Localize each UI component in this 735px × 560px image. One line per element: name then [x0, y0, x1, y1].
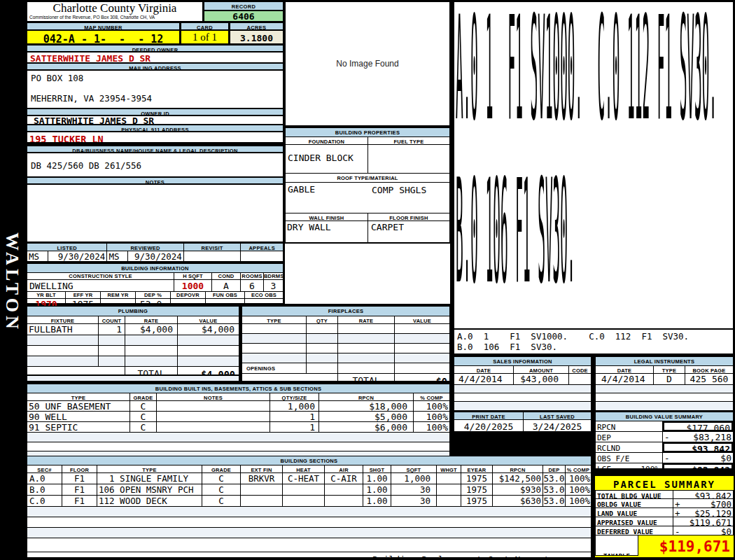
- sketch-big-line2: B.0 106 F1 SV30.: [456, 160, 575, 303]
- building-value-summary-table: BUILDING VALUE SUMMARY RPCN $177,060 DEP…: [595, 412, 734, 469]
- building-section-row: C.0 F1 112 WOOD DECK C 1.00 30 1975 $630…: [27, 496, 591, 507]
- plumbing-footer-strip: [27, 375, 239, 382]
- sales-information-table: SALES INFORMATION DATE AMOUNT CODE 4/4/2…: [454, 356, 592, 406]
- legal-col-date: DATE: [596, 366, 654, 373]
- record-value: 6406: [204, 10, 284, 22]
- hsqft-value: 1000: [174, 280, 212, 291]
- built-ins-col-comp: % COMP: [414, 393, 449, 400]
- fireplaces-col-value: VALUE: [395, 316, 449, 323]
- built-ins-col-notes: NOTES: [157, 393, 270, 400]
- rooms-value: 6: [241, 280, 264, 291]
- sales-col-date: DATE: [454, 366, 514, 373]
- dba-label: DBA/BUISNESS NAME/HOUSE NAME & LEGAL DES…: [27, 146, 284, 153]
- fuel-type-value: [368, 145, 449, 173]
- foundation-label: FOUNDATION: [286, 137, 368, 144]
- revisit-value: [184, 251, 241, 262]
- replacement-cost-value: $177,060: [538, 552, 591, 560]
- parcel-summary-row: LAND VALUE + $25,129: [595, 508, 734, 517]
- mailing-address-label: MAILING ADDRESS: [27, 63, 284, 70]
- replacement-cost-label: Building Replacement Cost New: [346, 552, 538, 560]
- owner-id-label: OWNER ID: [27, 108, 284, 115]
- wall-finish-label: WALL FINISH: [286, 214, 368, 220]
- eff-yr-label: EFF YR: [66, 292, 101, 298]
- dep-pct-label: DEP %: [136, 292, 171, 298]
- plumbing-col-value: VALUE: [178, 316, 239, 323]
- sales-col-amount: AMOUNT: [514, 366, 569, 373]
- plumbing-col-rate: RATE: [125, 316, 178, 323]
- print-date-value: 4/20/2025: [454, 420, 524, 432]
- built-ins-table: BUILDING BUILT INS, BASEMENTS, ATTICS & …: [27, 384, 450, 454]
- fun-obs-label: FUN OBS: [206, 292, 245, 298]
- fireplaces-col-rate: RATE: [338, 316, 395, 323]
- value-summary-row: OBS F/E - $0: [596, 453, 733, 463]
- bs-col-extfin: EXT FIN: [241, 465, 283, 472]
- bs-col-type: TYPE: [97, 465, 202, 472]
- roof-material-value: COMP SHGLS: [372, 185, 426, 195]
- rem-yr-label: REM YR: [101, 292, 136, 298]
- listed-label: LISTED: [27, 244, 107, 251]
- sketch-big-line1: A.0 1 F1 SV1000. C.0 112 F1 SV30.: [456, 1, 717, 140]
- plumbing-col-count: COUNT: [99, 316, 125, 323]
- built-ins-row: 91 SEPTIC C 1 $6,000 100%: [27, 422, 449, 433]
- building-section-row: A.0 F1 1 SINGLE FAMILY C BRKVR C-HEAT C-…: [27, 473, 591, 484]
- sketch-legend-line1: A.0 1 F1 SV1000. C.0 112 F1 SV30.: [454, 330, 733, 341]
- bs-col-grade: GRADE: [202, 465, 241, 472]
- listed-by: MS: [27, 251, 48, 262]
- reviewed-date: 9/30/2024: [128, 251, 184, 262]
- building-sections-title: BUILDING SECTIONS: [27, 456, 591, 465]
- sketch-legend-line2: B.0 106 F1 SV30.: [454, 341, 733, 351]
- eco-obs-label: ECO OBS: [245, 292, 283, 298]
- bdrms-label: BDRMS: [264, 273, 283, 279]
- construction-style-value: DWELLING: [27, 280, 174, 291]
- print-date-label: PRINT DATE: [454, 412, 524, 419]
- bs-col-rpcn: RPCN: [493, 465, 543, 472]
- county-title: Charlotte County Virginia: [27, 2, 202, 15]
- bs-col-sqft: SQFT: [391, 465, 437, 472]
- last-saved-value: 3/24/2025: [524, 420, 591, 432]
- parcel-summary-row: APPRAISED VALUE $119,671: [595, 517, 734, 526]
- map-number-label: MAP NUMBER: [27, 22, 180, 30]
- property-record-card: WALTON Charlotte County Virginia Commiss…: [0, 0, 735, 560]
- notes-block: [27, 184, 284, 242]
- bs-col-shgt: SHGT: [363, 465, 391, 472]
- cond-value: A: [212, 280, 241, 291]
- value-summary-row: LCF 100% $93,842: [596, 463, 733, 474]
- mailing-line2: MEHERRIN, VA 23954-3954: [27, 83, 283, 103]
- legal-instruments-title: LEGAL INSTRUMENTS: [596, 357, 733, 366]
- middle-filler-panel: [285, 244, 450, 304]
- sketch-legend: A.0 1 F1 SV1000. C.0 112 F1 SV30. B.0 10…: [454, 329, 734, 354]
- parcel-summary-panel: PARCEL SUMMARY TOTAL BLDG VALUE $93,842 …: [594, 475, 735, 559]
- print-date-table: PRINT DATE LAST SAVED 4/20/2025 3/24/202…: [454, 412, 592, 432]
- building-information-table: BUILDING INFORMATION CONSTRUCTION STYLE …: [27, 263, 284, 304]
- reviewed-by: MS: [107, 251, 128, 262]
- fireplaces-col-qty: QTY: [307, 316, 338, 323]
- legal-instruments-table: LEGAL INSTRUMENTS DATE TYPE BOOK PAGE 4/…: [595, 356, 734, 406]
- bs-col-dep: DEP: [543, 465, 566, 472]
- fireplaces-col-type: TYPE: [242, 316, 307, 323]
- map-number-value: 042-A - 1- - - 12: [27, 30, 180, 44]
- construction-style-label: CONSTRUCTION STYLE: [27, 273, 174, 279]
- bs-col-comp: % COMP: [566, 465, 591, 472]
- legal-description: DB 425/560 DB 261/556: [27, 153, 283, 170]
- bs-col-floor: FLOOR: [62, 465, 97, 472]
- foundation-value: CINDER BLOCK: [286, 145, 368, 173]
- rooms-label: ROOMS: [241, 273, 264, 279]
- taxable-value-amount: $119,671: [638, 536, 734, 556]
- fuel-type-label: FUEL TYPE: [368, 137, 449, 144]
- last-saved-label: LAST SAVED: [524, 412, 591, 419]
- fireplaces-openings-label: OPENINGS: [242, 363, 307, 373]
- plumbing-col-fixture: FIXTURE: [27, 316, 99, 323]
- bs-col-sec: SEC#: [27, 465, 62, 472]
- physical-address-value: 195 TUCKER LN: [27, 132, 284, 143]
- acres-label: ACRES: [230, 22, 284, 30]
- plumbing-table: PLUMBING FIXTURE COUNT RATE VALUE FULLBA…: [27, 306, 239, 375]
- listed-date: 9/30/2024: [48, 251, 108, 262]
- photo-panel: No Image Found: [285, 1, 450, 126]
- value-summary-row: DEP - $83,218: [596, 432, 733, 442]
- parcel-summary-row: TOTAL BLDG VALUE $93,842: [595, 490, 734, 499]
- side-vertical-label: WALTON: [1, 232, 22, 332]
- bs-col-whgt: WHGT: [437, 465, 461, 472]
- hsqft-label: H SQFT: [174, 273, 212, 279]
- review-table: LISTED REVIEWED REVISIT APPEALS MS 9/30/…: [27, 243, 284, 262]
- built-ins-col-type: TYPE: [27, 393, 130, 400]
